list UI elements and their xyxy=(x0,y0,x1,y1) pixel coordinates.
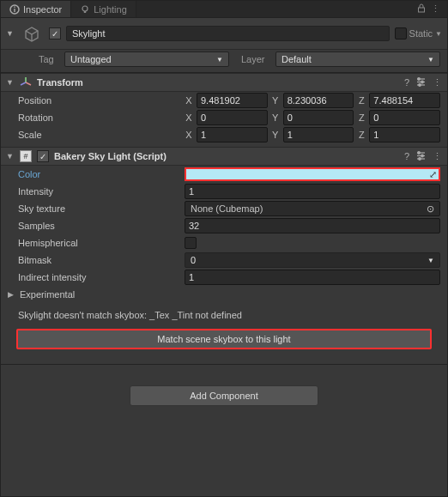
match-skybox-button[interactable]: Match scene skybox to this light xyxy=(16,329,432,349)
svg-rect-4 xyxy=(84,11,86,13)
rotation-z[interactable] xyxy=(369,110,440,125)
tag-layer-row: Tag Untagged ▼ Layer Default ▼ xyxy=(1,50,447,73)
foldout-icon[interactable]: ▼ xyxy=(6,152,15,161)
skytexture-label: Sky texture xyxy=(18,203,181,214)
hemispherical-label: Hemispherical xyxy=(18,238,181,248)
y-label: Y xyxy=(271,95,280,106)
static-toggle[interactable]: Static ▼ xyxy=(395,27,442,39)
tab-inspector[interactable]: Inspector xyxy=(1,1,71,17)
rotation-y[interactable] xyxy=(283,110,354,125)
rotation-x[interactable] xyxy=(197,110,268,125)
bitmask-value: 0 xyxy=(191,255,196,265)
info-icon xyxy=(9,4,20,15)
chevron-down-icon: ▼ xyxy=(427,56,434,64)
z-label: Z xyxy=(357,95,366,106)
tab-lighting[interactable]: Lighting xyxy=(71,1,136,17)
intensity-field[interactable] xyxy=(185,184,440,199)
samples-label: Samples xyxy=(18,221,181,231)
tag-label: Tag xyxy=(39,54,61,64)
panel-controls: ⋮ xyxy=(410,1,447,17)
transform-icon xyxy=(20,76,32,88)
static-checkbox[interactable] xyxy=(395,27,407,39)
gameobject-icon[interactable] xyxy=(20,21,44,45)
foldout-icon[interactable]: ▶ xyxy=(8,290,16,299)
tag-dropdown[interactable]: Untagged ▼ xyxy=(64,52,229,67)
svg-line-7 xyxy=(26,82,31,85)
samples-field[interactable] xyxy=(185,218,440,233)
bitmask-label: Bitmask xyxy=(18,255,181,265)
svg-point-20 xyxy=(419,157,421,160)
indirect-field[interactable] xyxy=(185,270,440,285)
layer-dropdown[interactable]: Default ▼ xyxy=(275,52,440,67)
menu-icon[interactable]: ⋮ xyxy=(433,151,442,162)
position-z[interactable] xyxy=(369,93,440,108)
bitmask-row: Bitmask 0 ▼ xyxy=(1,252,447,269)
experimental-label: Experimental xyxy=(20,289,183,300)
color-row: Color ⤢ xyxy=(1,166,447,183)
foldout-icon[interactable]: ▼ xyxy=(6,78,15,87)
inspector-window: Inspector Lighting ⋮ ▼ ✓ Static ▼ Tag Un… xyxy=(0,0,448,497)
hemispherical-row: Hemispherical xyxy=(1,234,447,252)
bitmask-dropdown[interactable]: 0 ▼ xyxy=(185,252,440,268)
svg-rect-1 xyxy=(14,9,15,12)
component-title: Bakery Sky Light (Script) xyxy=(54,151,166,161)
active-checkbox[interactable]: ✓ xyxy=(49,27,61,39)
tab-bar: Inspector Lighting ⋮ xyxy=(1,1,447,18)
indirect-row: Indirect intensity xyxy=(1,269,447,286)
eyedropper-icon[interactable]: ⤢ xyxy=(429,169,437,180)
dropdown-icon[interactable]: ▼ xyxy=(435,30,442,38)
transform-properties: Position X Y Z Rotation X Y Z Scale X Y … xyxy=(1,92,447,147)
warning-text: Skylight doesn't match skybox: _Tex _Tin… xyxy=(1,303,447,327)
svg-rect-5 xyxy=(419,8,425,12)
svg-point-14 xyxy=(419,83,421,86)
object-picker-icon[interactable]: ⊙ xyxy=(427,203,434,215)
scale-y[interactable] xyxy=(283,127,354,142)
layer-label: Layer xyxy=(241,54,272,64)
x-label: X xyxy=(185,95,193,106)
rotation-row: Rotation X Y Z xyxy=(1,109,447,126)
intensity-row: Intensity xyxy=(1,183,447,200)
tab-label: Lighting xyxy=(94,4,127,15)
static-label: Static xyxy=(409,28,433,39)
preset-icon[interactable] xyxy=(416,151,426,162)
position-x[interactable] xyxy=(197,93,268,108)
scale-label: Scale xyxy=(18,130,181,140)
color-field[interactable]: ⤢ xyxy=(185,167,440,181)
experimental-row[interactable]: ▶ Experimental xyxy=(1,286,447,303)
preset-icon[interactable] xyxy=(416,77,426,88)
skylight-header[interactable]: ▼ # ✓ Bakery Sky Light (Script) ? ⋮ xyxy=(1,147,447,166)
menu-icon[interactable]: ⋮ xyxy=(433,77,442,88)
hemispherical-checkbox[interactable] xyxy=(185,237,197,249)
component-title: Transform xyxy=(37,77,83,88)
svg-rect-2 xyxy=(14,6,15,7)
skytexture-value: None (Cubemap) xyxy=(191,203,263,214)
add-component-button[interactable]: Add Component xyxy=(130,385,318,406)
position-row: Position X Y Z xyxy=(1,92,447,109)
help-icon[interactable]: ? xyxy=(404,77,409,88)
lock-icon[interactable] xyxy=(417,3,426,15)
help-icon[interactable]: ? xyxy=(404,151,409,162)
skylight-properties: Color ⤢ Intensity Sky texture None (Cube… xyxy=(1,166,447,360)
position-y[interactable] xyxy=(283,93,354,108)
gameobject-header: ▼ ✓ Static ▼ xyxy=(1,18,447,50)
scale-z[interactable] xyxy=(369,127,440,142)
menu-icon[interactable]: ⋮ xyxy=(431,3,440,15)
svg-point-19 xyxy=(421,155,424,157)
svg-point-3 xyxy=(82,6,88,11)
tab-label: Inspector xyxy=(23,4,62,15)
lightbulb-icon xyxy=(80,4,90,15)
skytexture-field[interactable]: None (Cubemap) ⊙ xyxy=(185,201,440,216)
name-field[interactable] xyxy=(66,26,390,41)
enable-checkbox[interactable]: ✓ xyxy=(37,150,49,162)
color-label: Color xyxy=(18,169,181,179)
svg-point-12 xyxy=(418,77,421,80)
scale-x[interactable] xyxy=(197,127,268,142)
svg-point-18 xyxy=(418,151,421,154)
intensity-label: Intensity xyxy=(18,186,181,197)
tag-value: Untagged xyxy=(70,54,112,64)
transform-header[interactable]: ▼ Transform ? ⋮ xyxy=(1,73,447,92)
rotation-label: Rotation xyxy=(18,112,181,123)
chevron-down-icon: ▼ xyxy=(427,257,434,264)
layer-value: Default xyxy=(282,54,312,64)
foldout-icon[interactable]: ▼ xyxy=(6,29,15,38)
